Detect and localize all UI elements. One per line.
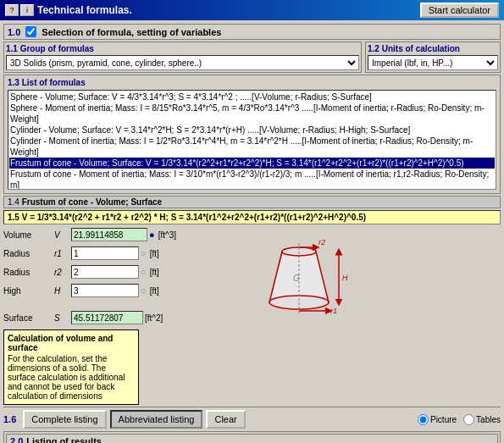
radius2-symbol: r2 [54, 268, 71, 277]
volume-input[interactable] [71, 228, 147, 241]
help-icon[interactable]: ? [5, 4, 19, 16]
high-input[interactable] [71, 284, 139, 297]
surface-unit: [ft^2] [145, 313, 163, 323]
group-formulas-select[interactable]: 3D Solids (prism, pyramid, cone, cylinde… [6, 55, 359, 70]
picture-label: Picture [430, 415, 457, 424]
volume-radio[interactable]: ● [149, 230, 155, 240]
info-icon[interactable]: i [20, 4, 34, 16]
formula-item[interactable]: Sphere - Moment of inertia; Mass: I = 8/… [9, 102, 495, 125]
radius1-label: Radius [3, 249, 54, 258]
surface-input[interactable] [71, 311, 143, 324]
tables-radio[interactable] [463, 414, 474, 425]
title-bar: ? i Technical formulas. Start calculator [0, 0, 504, 20]
start-calculator-button[interactable]: Start calculator [420, 3, 499, 18]
volume-label: Volume [3, 230, 54, 240]
volume-symbol: V [54, 230, 71, 240]
section1-label: Selection of formula, setting of variabl… [42, 27, 221, 37]
complete-listing-button[interactable]: Complete listing [23, 410, 106, 429]
tables-label: Tables [476, 415, 501, 424]
radius2-radio[interactable]: ○ [141, 267, 147, 277]
calc-note: Calculation of volume and surface For th… [3, 329, 139, 405]
formula-item[interactable]: Cylinder - Volume; Surface: V = 3.14*r^2… [9, 125, 495, 136]
radius1-radio[interactable]: ○ [141, 248, 147, 258]
radius2-input[interactable] [71, 265, 139, 279]
calc-note-text: For the calculation, set the dimensions … [8, 354, 135, 401]
volume-unit: [ft^3] [158, 230, 176, 240]
formula-item[interactable]: Cylinder - Moment of inertia; Mass: I = … [9, 136, 495, 158]
section13-number: 1.3 [8, 78, 19, 87]
high-label: High [3, 286, 54, 296]
section14-label: Frustum of cone - Volume; Surface [22, 197, 162, 207]
section1-number: 1.0 [8, 27, 20, 37]
formula-item[interactable]: Frustum of cone - Moment of inertia; Mas… [9, 169, 495, 190]
calc-note-title: Calculation of volume and surface [8, 334, 135, 352]
radius2-unit: [ft] [150, 268, 159, 277]
section11-number: 1.1 [6, 44, 18, 53]
svg-text:r1: r1 [330, 307, 337, 315]
high-radio[interactable]: ○ [141, 285, 147, 296]
formula-item[interactable]: Sphere - Volume; Surface: V = 4/3*3.14*r… [9, 91, 495, 102]
radius1-symbol: r1 [54, 249, 71, 258]
radius1-input[interactable] [71, 246, 139, 260]
high-unit: [ft] [150, 286, 159, 296]
units-select[interactable]: Imperial (lbf, in, HP...) [368, 55, 498, 70]
section1-checkbox[interactable] [25, 26, 36, 37]
section2-label: Listing of results [26, 436, 102, 443]
section2-number: 2.0 [10, 436, 23, 443]
formula-item[interactable]: Frustum of cone - Volume; Surface: V = 1… [9, 158, 495, 169]
cone-diagram: r2 r1 H G [244, 226, 501, 405]
section11-label: Group of formulas [20, 44, 94, 53]
svg-text:r2: r2 [318, 238, 325, 246]
svg-text:H: H [342, 274, 348, 282]
formulas-list[interactable]: Sphere - Volume; Surface: V = 4/3*3.14*r… [8, 90, 496, 190]
section12-number: 1.2 [368, 44, 379, 53]
clear-button[interactable]: Clear [206, 410, 245, 429]
high-symbol: H [54, 286, 71, 296]
radius2-label: Radius [3, 268, 54, 277]
radius1-unit: [ft] [150, 249, 159, 258]
picture-radio[interactable] [418, 414, 429, 425]
section12-label: Units of calculation [382, 44, 460, 53]
section15-equation: V = 1/3*3.14*(r2^2 + r1*r2 + r2^2) * H; … [22, 213, 366, 222]
surface-symbol: S [54, 313, 71, 323]
section13-label: List of formulas [22, 78, 86, 87]
abbreviated-listing-button[interactable]: Abbreviated listing [110, 410, 203, 429]
section15-number: 1.5 [8, 213, 19, 222]
surface-label: Surface [3, 313, 54, 323]
app-title: Technical formulas. [37, 4, 132, 16]
section16-number: 1.6 [3, 414, 16, 424]
section14-number: 1.4 [8, 197, 19, 207]
